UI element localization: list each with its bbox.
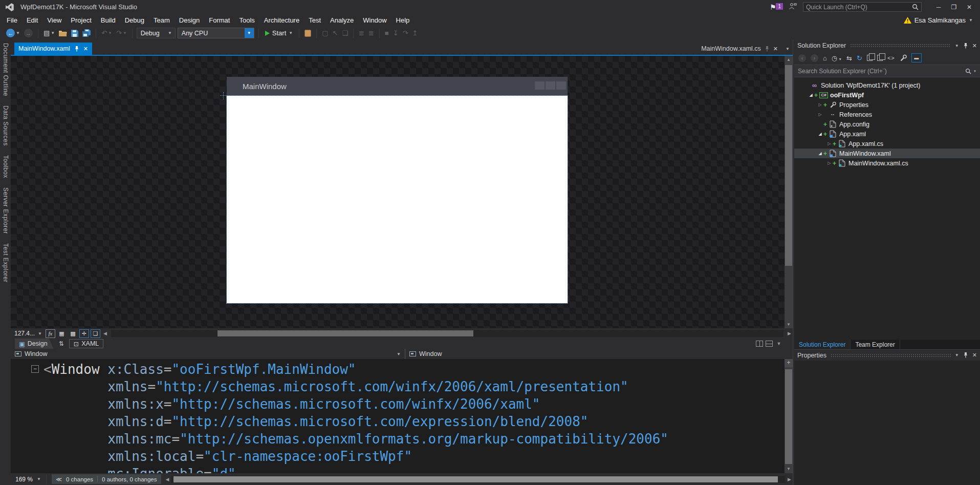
save-all-button[interactable] — [81, 28, 92, 39]
close-tab-icon[interactable]: ✕ — [773, 46, 778, 52]
element-dropdown-left[interactable]: Window ▼ — [11, 349, 405, 359]
code-line[interactable]: <Window x:Class="ooFirstWpf.MainWindow" — [43, 361, 785, 378]
show-all-files-icon[interactable] — [877, 55, 883, 61]
code-line[interactable]: xmlns="http://schemas.microsoft.com/winf… — [43, 378, 785, 395]
close-tab-icon[interactable]: ✕ — [83, 46, 88, 52]
scrollbar-thumb[interactable] — [785, 369, 792, 464]
show-grid-button[interactable]: ▦ — [57, 329, 67, 338]
expander-expanded-icon[interactable]: ◢ — [808, 93, 814, 97]
codelens-status[interactable]: ≪ 0 changes 0 authors, 0 changes — [52, 474, 161, 484]
menu-file[interactable]: File — [2, 15, 22, 26]
tab-mainwindow-xaml[interactable]: MainWindow.xaml ✕ — [14, 43, 92, 55]
left-tab-document-outline[interactable]: Document Outline — [2, 43, 9, 96]
tree-item-solution-wpfdemot17k-1-project[interactable]: ∞Solution 'WpfDemot17K' (1 project) — [794, 80, 980, 90]
scroll-right-icon[interactable]: ▶ — [786, 331, 793, 336]
close-button[interactable]: ✕ — [963, 2, 976, 12]
scrollbar-thumb[interactable] — [217, 330, 473, 336]
element-dropdown-right[interactable]: Window — [405, 349, 793, 359]
pin-icon[interactable] — [963, 352, 968, 358]
expander-collapsed-icon[interactable]: ▷ — [826, 161, 833, 165]
code-line[interactable]: mc:Ignorable="d" — [43, 465, 785, 473]
left-tab-server-explorer[interactable]: Server Explorer — [2, 187, 9, 234]
expander-collapsed-icon[interactable]: ▷ — [817, 112, 823, 117]
save-button[interactable] — [70, 28, 79, 39]
tree-item-references[interactable]: ▷▪▪References — [794, 110, 980, 119]
redo-button[interactable]: ↷▼ — [115, 28, 128, 39]
platform-dropdown-button[interactable]: ▼ — [245, 28, 254, 38]
menu-view[interactable]: View — [42, 15, 66, 26]
sync-with-active-document-button[interactable]: ▬ — [911, 53, 922, 62]
tree-item-properties[interactable]: ▷+Properties — [794, 100, 980, 110]
uncomment-button[interactable]: ≣ — [367, 28, 375, 39]
menu-team[interactable]: Team — [149, 15, 175, 26]
editor-horizontal-scrollbar[interactable] — [171, 476, 785, 483]
find-in-files-button[interactable]: ❏ — [341, 28, 349, 39]
open-file-button[interactable] — [58, 28, 68, 39]
menu-help[interactable]: Help — [391, 15, 415, 26]
designed-window-titlebar[interactable]: MainWindow — [227, 77, 568, 96]
menu-debug[interactable]: Debug — [120, 15, 149, 26]
forward-button[interactable]: › — [811, 54, 818, 62]
tree-item-app-xaml-cs[interactable]: ▷+App.xaml.cs — [794, 139, 980, 149]
solution-explorer-search-input[interactable]: Search Solution Explorer (Ctrl+¨) ▼ — [794, 65, 980, 77]
solution-configuration-dropdown[interactable]: Debug ▼ — [137, 28, 176, 38]
properties-header[interactable]: Properties ▼ ✕ — [794, 349, 980, 361]
code-text[interactable]: <Window x:Class="ooFirstWpf.MainWindow" … — [11, 359, 785, 473]
snapping-toggle-button[interactable]: ✛ — [79, 329, 89, 338]
snap-grid-button[interactable]: ▩ — [68, 329, 78, 338]
effects-toggle-button[interactable]: fx — [46, 329, 55, 338]
expander-expanded-icon[interactable]: ◢ — [817, 151, 823, 156]
tree-item-app-xaml[interactable]: ◢+App.xaml — [794, 129, 980, 139]
tree-item-mainwindow-xaml-cs[interactable]: ▷+MainWindow.xaml.cs — [794, 158, 980, 168]
editor-zoom-dropdown[interactable]: 169 % ▼ — [12, 476, 44, 483]
solution-explorer-header[interactable]: Solution Explorer ▼ ✕ — [794, 40, 980, 51]
code-line[interactable]: xmlns:mc="http://schemas.openxmlformats.… — [43, 430, 785, 448]
notifications-button[interactable]: ⚑ 1 — [770, 3, 783, 11]
pointer-tool-button[interactable]: ↖ — [331, 28, 339, 39]
pending-changes-filter-icon[interactable]: ◷ ▼ — [832, 54, 842, 62]
left-tab-toolbox[interactable]: Toolbox — [2, 155, 9, 178]
menu-architecture[interactable]: Architecture — [259, 15, 304, 26]
pin-icon[interactable] — [765, 46, 770, 52]
left-tab-test-explorer[interactable]: Test Explorer — [2, 243, 9, 283]
menu-analyze[interactable]: Analyze — [325, 15, 358, 26]
attach-to-process-button[interactable] — [303, 28, 312, 39]
tree-item-mainwindow-xaml[interactable]: ◢+MainWindow.xaml — [794, 149, 980, 158]
editor-vertical-scrollbar[interactable]: + ▼ — [785, 359, 793, 473]
expander-collapsed-icon[interactable]: ▷ — [817, 102, 823, 107]
close-icon[interactable]: ✕ — [972, 43, 977, 49]
designer-vertical-scrollbar[interactable]: ▲ ▼ — [785, 56, 793, 328]
back-button[interactable]: ‹ — [798, 54, 806, 62]
menu-test[interactable]: Test — [304, 15, 325, 26]
pin-icon[interactable] — [74, 46, 79, 52]
menu-edit[interactable]: Edit — [22, 15, 42, 26]
code-line[interactable]: xmlns:d="http://schemas.microsoft.com/ex… — [43, 413, 785, 430]
scroll-left-icon[interactable]: ◀ — [164, 477, 171, 482]
sync-icon[interactable]: ⇆ — [846, 54, 852, 62]
comment-button[interactable]: ≣ — [358, 28, 365, 39]
navigate-backward-button[interactable]: ←▼ — [5, 28, 21, 39]
swap-panes-button[interactable]: ⇅ — [57, 340, 66, 347]
xaml-code-editor[interactable]: − <Window x:Class="ooFirstWpf.MainWindow… — [11, 359, 793, 473]
menu-build[interactable]: Build — [96, 15, 120, 26]
collapse-chevrons-icon[interactable]: ≪ — [56, 476, 62, 483]
selection-tool-button[interactable]: ▢ — [321, 28, 329, 39]
window-position-dropdown-icon[interactable]: ▼ — [955, 353, 959, 357]
expander-collapsed-icon[interactable]: ▷ — [826, 141, 833, 146]
horizontal-split-button[interactable] — [766, 341, 773, 347]
designed-window[interactable]: MainWindow — [227, 77, 568, 303]
close-icon[interactable]: ✕ — [972, 352, 977, 359]
quick-launch-input[interactable]: Quick Launch (Ctrl+Q) — [803, 2, 922, 12]
document-list-dropdown-icon[interactable]: ▼ — [786, 47, 790, 51]
stop-debugging-button[interactable]: ■ — [384, 28, 390, 39]
code-line[interactable]: xmlns:local="clr-namespace:ooFirstWpf" — [43, 448, 785, 465]
home-icon[interactable]: ⌂ — [823, 54, 827, 62]
undo-button[interactable]: ↶▼ — [100, 28, 113, 39]
tab-mainwindow-xaml-cs[interactable]: MainWindow.xaml.cs ✕ ▼ — [698, 43, 793, 55]
view-code-icon[interactable]: <> — [887, 55, 895, 61]
feedback-icon[interactable] — [789, 3, 797, 11]
scroll-right-icon[interactable]: ▶ — [786, 477, 793, 482]
designer-zoom-dropdown[interactable]: 127.4... ▼ — [12, 329, 44, 338]
scroll-left-icon[interactable]: ◀ — [102, 331, 108, 336]
menu-tools[interactable]: Tools — [234, 15, 259, 26]
